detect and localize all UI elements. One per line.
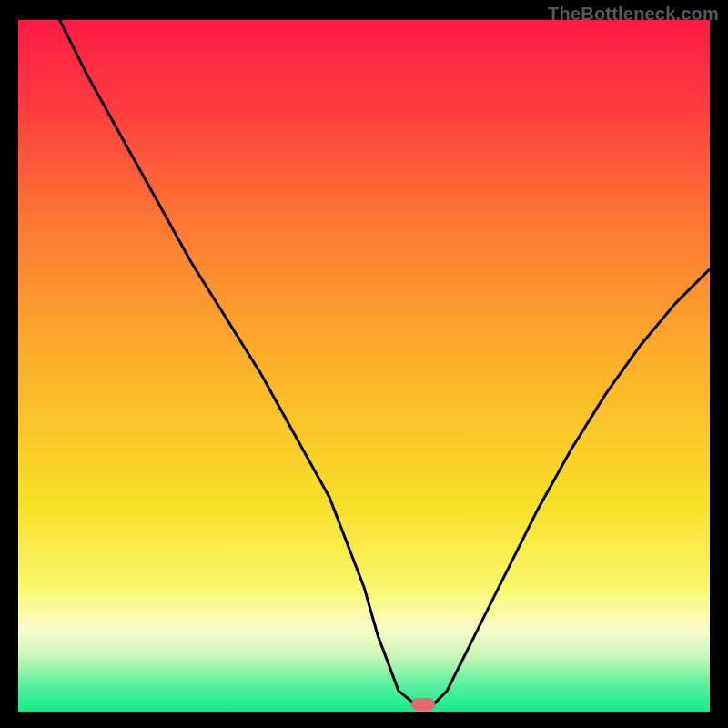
bottleneck-curve [18,20,710,712]
chart-stage: TheBottleneck.com [0,0,728,728]
plot-area [18,20,710,712]
watermark-text: TheBottleneck.com [548,4,719,25]
optimal-point-marker [411,698,435,711]
